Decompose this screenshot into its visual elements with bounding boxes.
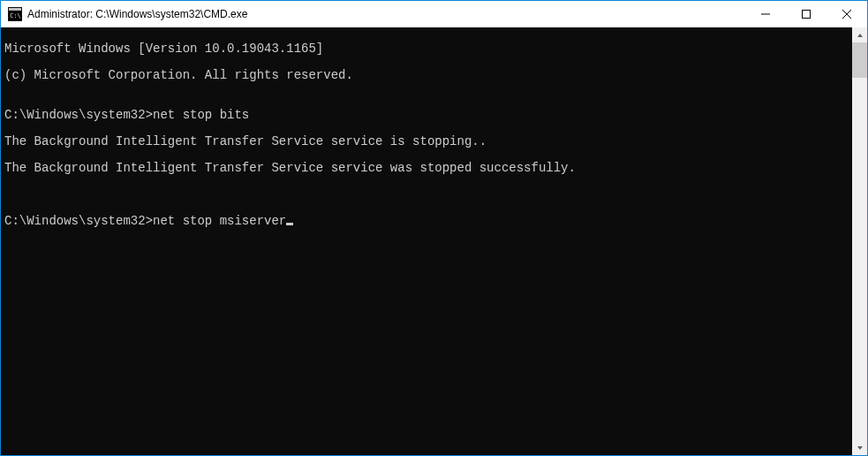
cmd-window: C:\ Administrator: C:\Windows\system32\C… (0, 0, 868, 456)
cursor (286, 223, 293, 225)
version-line: Microsoft Windows [Version 10.0.19043.11… (4, 42, 849, 56)
chevron-down-icon (857, 445, 864, 452)
prompt: C:\Windows\system32> (4, 214, 153, 228)
output-line: The Background Intelligent Transfer Serv… (4, 135, 849, 148)
maximize-button[interactable] (786, 1, 826, 27)
chevron-up-icon (857, 32, 864, 39)
scrollbar-thumb[interactable] (852, 42, 867, 78)
window-title: Administrator: C:\Windows\system32\CMD.e… (27, 8, 745, 20)
svg-marker-9 (857, 446, 863, 450)
close-button[interactable] (826, 1, 867, 27)
svg-marker-8 (857, 34, 863, 37)
scroll-up-button[interactable] (852, 27, 867, 42)
terminal-output[interactable]: Microsoft Windows [Version 10.0.19043.11… (1, 27, 852, 455)
titlebar[interactable]: C:\ Administrator: C:\Windows\system32\C… (1, 1, 867, 27)
svg-text:C:\: C:\ (10, 12, 21, 19)
scrollbar-track[interactable] (852, 42, 867, 440)
window-controls (745, 1, 867, 27)
command-line-1: C:\Windows\system32>net stop bits (4, 109, 849, 122)
copyright-line: (c) Microsoft Corporation. All rights re… (4, 69, 849, 82)
minimize-button[interactable] (745, 1, 786, 27)
prompt: C:\Windows\system32> (4, 108, 153, 122)
command-line-2: C:\Windows\system32>net stop msiserver (4, 215, 849, 228)
svg-rect-1 (9, 8, 21, 11)
cmd-icon: C:\ (8, 7, 22, 21)
scroll-down-button[interactable] (852, 440, 867, 455)
command-text: net stop bits (153, 108, 249, 122)
output-line: The Background Intelligent Transfer Serv… (4, 162, 849, 175)
svg-rect-5 (803, 11, 811, 19)
vertical-scrollbar[interactable] (852, 27, 867, 455)
client-area: Microsoft Windows [Version 10.0.19043.11… (1, 27, 867, 455)
command-text: net stop msiserver (153, 214, 286, 228)
